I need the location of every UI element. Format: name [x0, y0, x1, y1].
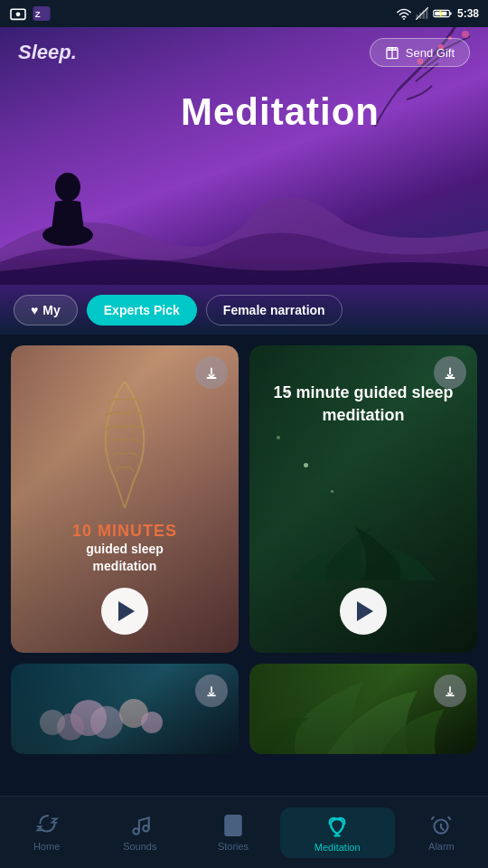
home-icon	[35, 814, 59, 837]
photo-icon	[9, 6, 27, 21]
content-area: 10 MINUTES guided sleepmeditation	[0, 335, 488, 796]
play-triangle-2	[357, 601, 373, 621]
status-right-icons: 5:38	[397, 7, 479, 20]
svg-point-21	[42, 224, 93, 246]
svg-text:Z: Z	[35, 9, 41, 19]
play-triangle-1	[118, 601, 135, 621]
nav-meditation-label: Meditation	[314, 842, 361, 853]
status-time: 5:38	[457, 7, 479, 20]
download-icon-3	[204, 684, 219, 698]
nav-meditation[interactable]: Meditation	[280, 807, 395, 858]
play-button-2[interactable]	[340, 588, 387, 635]
card-download-3[interactable]	[195, 675, 228, 707]
card-minutes-label: 10 MINUTES	[20, 522, 230, 541]
svg-point-20	[55, 173, 80, 202]
status-left-icons: Z	[9, 6, 51, 21]
hero-top-bar: Sleep. Send Gift	[0, 27, 488, 78]
nav-home-label: Home	[33, 841, 60, 852]
filter-experts-label: Experts Pick	[104, 303, 180, 317]
filter-female-narration[interactable]: Female narration	[206, 295, 343, 326]
meditation-icon	[324, 813, 350, 838]
hero-title: Meditation	[181, 90, 380, 134]
card-10-minute-meditation[interactable]: 10 MINUTES guided sleepmeditation	[11, 345, 239, 653]
card-subtitle-1: guided sleepmeditation	[20, 541, 230, 576]
send-gift-button[interactable]: Send Gift	[370, 38, 470, 67]
nav-alarm[interactable]: Alarm	[395, 807, 488, 859]
bottom-navigation: Home Sounds Stories Meditation	[0, 796, 488, 868]
nav-stories-label: Stories	[218, 841, 249, 852]
filter-female-label: Female narration	[223, 303, 325, 317]
filter-my-favorites[interactable]: ♥ My	[14, 295, 78, 326]
wifi-icon	[397, 7, 411, 20]
card-bottom-right[interactable]	[249, 664, 477, 754]
stories-icon	[221, 814, 245, 837]
play-button-1[interactable]	[101, 588, 148, 635]
svg-rect-11	[449, 13, 451, 15]
app-logo: Sleep.	[18, 41, 77, 64]
nav-home[interactable]: Home	[0, 807, 93, 859]
gift-icon	[385, 45, 399, 60]
svg-point-1	[16, 12, 21, 16]
signal-icon	[416, 7, 428, 20]
battery-icon	[433, 8, 453, 19]
nav-alarm-label: Alarm	[428, 841, 455, 852]
filter-my-label: My	[42, 303, 60, 317]
status-bar: Z 5:38	[0, 0, 488, 27]
app-icon: Z	[33, 6, 51, 21]
nav-stories[interactable]: Stories	[186, 807, 279, 859]
hero-section: Sleep. Send Gift Meditation	[0, 0, 488, 326]
sounds-icon	[128, 814, 152, 837]
nav-sounds-label: Sounds	[123, 841, 156, 852]
card-15-minute-meditation[interactable]: 15 minute guided sleep meditation	[249, 345, 477, 653]
card-title-15min: 15 minute guided sleep meditation	[263, 382, 464, 427]
card-download-4[interactable]	[434, 675, 466, 707]
download-icon-4	[443, 684, 457, 698]
nav-sounds[interactable]: Sounds	[93, 807, 186, 859]
send-gift-label: Send Gift	[406, 46, 455, 60]
svg-point-4	[403, 18, 405, 20]
card-bottom-left[interactable]	[11, 664, 239, 754]
filter-section: ♥ My Experts Pick Female narration	[0, 285, 488, 335]
cards-grid: 10 MINUTES guided sleepmeditation	[11, 345, 477, 754]
alarm-icon	[429, 814, 453, 837]
hero-title-area: Meditation	[0, 90, 488, 134]
heart-icon: ♥	[31, 303, 38, 317]
filter-experts-pick[interactable]: Experts Pick	[87, 295, 197, 326]
